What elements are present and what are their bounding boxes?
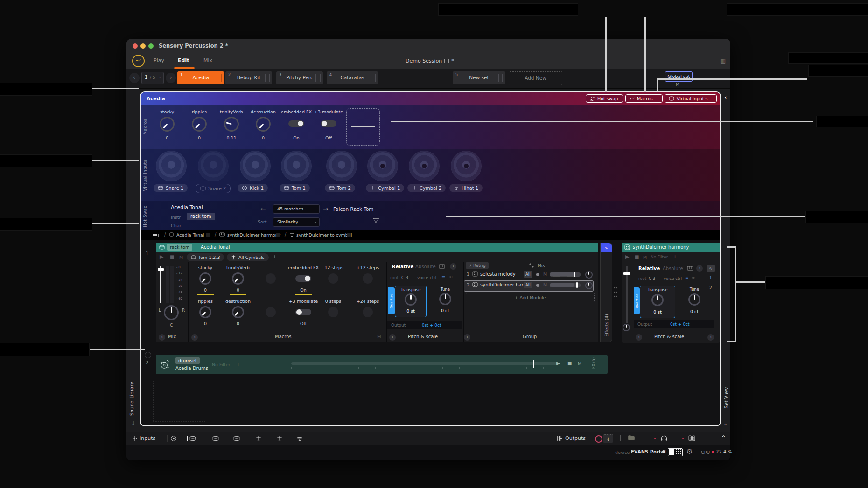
layers-icon[interactable]: [153, 234, 157, 236]
snare-input-icon[interactable]: [189, 436, 196, 441]
sort-dropdown[interactable]: Similarity ⌄: [273, 217, 320, 227]
fader-thumb[interactable]: [158, 268, 164, 271]
hot-swap-button[interactable]: Hot swap: [586, 94, 623, 103]
transpose-knob[interactable]: [651, 294, 664, 306]
mute-button[interactable]: M: [578, 361, 581, 366]
card-knob-destruction[interactable]: [232, 306, 244, 318]
macros-button[interactable]: Macros: [625, 94, 663, 103]
settings-gear-icon[interactable]: ⚙: [686, 447, 693, 456]
global-mute-button[interactable]: M: [676, 82, 679, 87]
tune-knob[interactable]: [688, 293, 700, 306]
macro-knob-stocky[interactable]: [160, 117, 175, 132]
add-filter-button[interactable]: +: [273, 254, 277, 260]
tab-absolute[interactable]: Absolute: [663, 266, 683, 271]
pad-snare-2[interactable]: [198, 151, 228, 181]
tab-absolute[interactable]: Absolute: [415, 264, 436, 269]
root-value[interactable]: C 3: [401, 275, 408, 280]
add-macro-button[interactable]: [346, 108, 380, 146]
macro-slot[interactable]: [328, 307, 338, 317]
scroll-down-icon[interactable]: ⌄: [723, 420, 728, 426]
headphones-icon[interactable]: [660, 435, 668, 441]
collapse-section-icon[interactable]: ‹: [696, 265, 703, 272]
voice-mode-icon[interactable]: ≈: [692, 275, 695, 280]
panel-drag-handle[interactable]: [614, 286, 617, 298]
group-radio-icon[interactable]: [536, 284, 539, 287]
effect-slot-icon[interactable]: ∿: [707, 265, 715, 272]
pad-cymbal-1[interactable]: [368, 151, 398, 181]
group-mute[interactable]: M: [543, 272, 547, 277]
group-all-chip[interactable]: All: [524, 271, 532, 278]
macro-toggle-embedded-fx[interactable]: [288, 120, 304, 127]
pad-hihat-1[interactable]: [451, 151, 481, 181]
macro-knob-ripples[interactable]: [192, 117, 207, 132]
fader-mini-icon[interactable]: [620, 435, 621, 441]
card-knob-trinityverb[interactable]: [232, 272, 244, 285]
virtual-inputs-button[interactable]: Virtual input s: [665, 94, 717, 103]
pad-chip-cymbal-2[interactable]: Cymbal 2: [407, 184, 446, 192]
zoom-window-icon[interactable]: [148, 43, 154, 49]
stop-icon[interactable]: ■: [567, 361, 572, 366]
export-download-icon[interactable]: ↓: [603, 434, 613, 443]
add-new-kit-button[interactable]: Add New: [509, 71, 562, 85]
kit-tab-pitchy-perc[interactable]: 3 Pitchy Perc: [276, 71, 323, 84]
collapse-toolbar-icon[interactable]: ⌃: [721, 434, 726, 441]
close-window-icon[interactable]: [133, 43, 138, 49]
device-display-icon[interactable]: [668, 448, 683, 456]
pad-chip-cymbal-1[interactable]: Cymbal 1: [366, 184, 404, 192]
set-view-rail[interactable]: Set View: [723, 387, 729, 409]
piano-icon[interactable]: [439, 264, 445, 269]
macro-knob-trinityverb[interactable]: [224, 117, 239, 132]
instr-chip[interactable]: rack tom: [187, 213, 215, 220]
collapse-section-icon[interactable]: ‹: [707, 334, 714, 341]
global-set-button[interactable]: Global set: [665, 71, 693, 82]
group-mute[interactable]: M: [543, 282, 547, 287]
record-icon[interactable]: [595, 435, 602, 443]
tab-mix[interactable]: Mix: [203, 57, 212, 63]
play-icon[interactable]: ▶: [625, 254, 629, 260]
pan-knob[interactable]: [164, 305, 179, 320]
tab-edit[interactable]: Edit: [178, 57, 189, 63]
card-knob-stocky[interactable]: [199, 272, 211, 285]
effect-slot-number[interactable]: 2: [709, 286, 712, 290]
resize-icon[interactable]: [529, 263, 534, 268]
tab-relative[interactable]: Relative: [638, 266, 660, 271]
playhead[interactable]: [533, 360, 534, 368]
group-all-chip[interactable]: All: [524, 282, 532, 288]
drag-grip-icon[interactable]: [265, 74, 270, 82]
card-toggle-3-modulate[interactable]: [295, 309, 311, 315]
minimize-window-icon[interactable]: [140, 43, 146, 49]
drag-grip-icon[interactable]: [217, 74, 222, 82]
breadcrumb-item[interactable]: synthDulcimer to cymbal: [296, 232, 352, 237]
fx-tab-label[interactable]: FX (5): [592, 357, 596, 369]
kit-tab-acedia[interactable]: 1 Acedia: [177, 71, 224, 84]
pad-chip-snare-2[interactable]: Snare 2: [196, 184, 231, 193]
macro-knob-destruction[interactable]: [256, 117, 271, 132]
instrument-chip[interactable]: rack tom: [167, 244, 192, 251]
cymbal-input-icon[interactable]: [276, 435, 283, 442]
add-filter-button[interactable]: +: [673, 254, 677, 260]
pad-tom-1[interactable]: [281, 151, 311, 181]
tab-play[interactable]: Play: [154, 57, 164, 63]
effects-active-icon[interactable]: ∿: [601, 243, 612, 252]
effects-tab-label[interactable]: Effects (4): [604, 314, 609, 337]
tune-knob[interactable]: [439, 293, 451, 305]
drag-grip-icon[interactable]: [371, 74, 376, 82]
prev-kit-button[interactable]: ‹: [129, 73, 140, 83]
voice-mode-icon[interactable]: ≡: [441, 274, 445, 279]
quantize-tab[interactable]: Quantize: [634, 287, 640, 314]
piano-icon[interactable]: [687, 266, 693, 271]
card-knob-ripples[interactable]: [199, 306, 211, 318]
group-radio-icon[interactable]: [536, 273, 539, 276]
drum-layer-card[interactable]: drumset Acedia Drums No Filter + ▶ ■ M F…: [156, 355, 608, 374]
play-icon[interactable]: ▶: [160, 254, 163, 260]
pitch-output-value[interactable]: 0st + 0ct: [422, 323, 441, 328]
collapse-section-icon[interactable]: ‹: [191, 334, 198, 341]
pan-knob[interactable]: [623, 324, 630, 331]
pad-chip-tom-2[interactable]: Tom 2: [325, 184, 355, 192]
filter-funnel-icon[interactable]: [372, 217, 379, 224]
drag-grip-icon[interactable]: [498, 74, 503, 82]
card-toggle-embedded-fx[interactable]: [295, 275, 311, 282]
volume-fader[interactable]: [160, 266, 161, 303]
pad-chip-hihat-1[interactable]: Hihat 1: [449, 184, 483, 192]
pad-kick-1[interactable]: [240, 151, 270, 181]
